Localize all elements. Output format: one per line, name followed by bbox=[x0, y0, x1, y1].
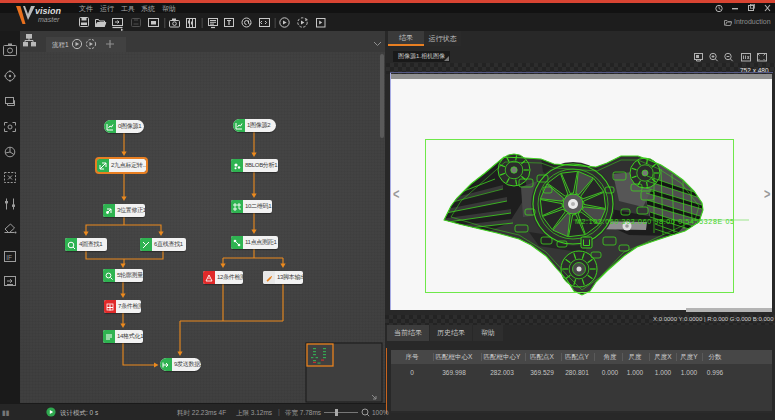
svg-text:master: master bbox=[38, 16, 60, 23]
svg-text:vision: vision bbox=[35, 6, 62, 16]
svg-text:IF: IF bbox=[6, 254, 12, 261]
svg-text:M2:103.060 303.060 98.00 0.545: M2:103.060 303.060 98.00 0.5455328E 05 bbox=[575, 218, 735, 225]
svg-text:流程1: 流程1 bbox=[52, 41, 69, 49]
